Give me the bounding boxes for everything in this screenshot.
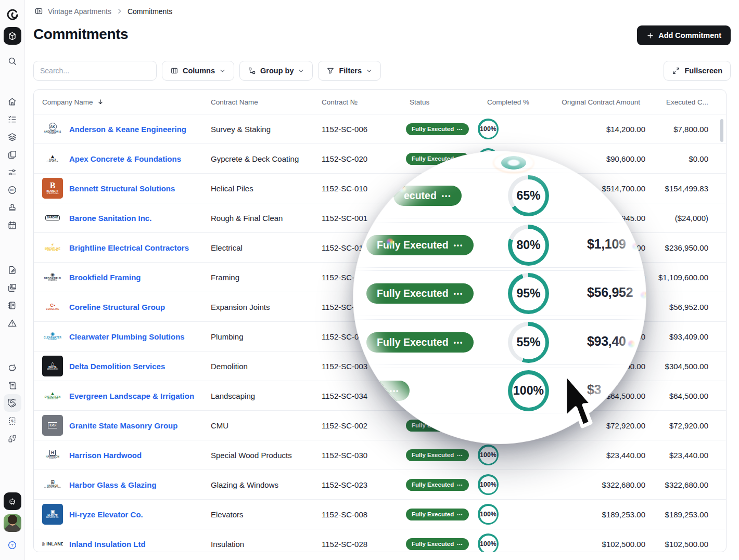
column-header-completed[interactable]: Completed % xyxy=(478,98,542,106)
app-logo-icon[interactable] xyxy=(4,6,21,24)
company-link[interactable]: Inland Insulation Ltd xyxy=(69,540,146,549)
ellipsis-icon[interactable]: ••• xyxy=(457,483,463,487)
company-link[interactable]: Apex Concrete & Foundations xyxy=(69,154,181,163)
company-link[interactable]: Granite State Masonry Group xyxy=(69,421,177,430)
lens-blob-glow xyxy=(493,152,534,173)
search-icon[interactable] xyxy=(4,52,21,70)
apps-bot-icon[interactable] xyxy=(4,492,21,510)
adjustments-icon[interactable] xyxy=(4,163,21,181)
executed-amount-cell: $23,440.00 xyxy=(655,451,718,460)
rfi-icon[interactable]: RFI xyxy=(4,181,21,199)
contract-name-cell: Elevators xyxy=(202,510,313,519)
company-link[interactable]: Evergreen Landscape & Irrigation xyxy=(69,392,194,400)
contract-name-cell: Special Wood Products xyxy=(202,451,313,460)
contract-number-cell: 1152-SC-008 xyxy=(313,510,397,519)
contract-name-cell: Plumbing xyxy=(202,332,313,341)
company-link[interactable]: Barone Sanitation Inc. xyxy=(69,214,151,223)
safety-warning-icon[interactable] xyxy=(4,314,21,332)
ellipsis-icon[interactable]: ••• xyxy=(457,512,463,517)
help-icon[interactable]: ? xyxy=(4,536,21,554)
commitments-handshake-icon[interactable] xyxy=(4,394,21,412)
contract-name-cell: Helical Piles xyxy=(202,184,313,193)
group-by-icon xyxy=(248,67,256,75)
lens-row-card: Fully Executed••• 55% $93,40 xyxy=(353,319,646,365)
column-header-contract-name[interactable]: Contract Name xyxy=(202,98,313,106)
tasks-checklist-icon[interactable] xyxy=(4,110,21,128)
vertical-scrollbar[interactable] xyxy=(720,119,723,142)
company-link[interactable]: Anderson & Keane Engineering xyxy=(69,125,186,134)
ellipsis-icon[interactable]: ••• xyxy=(457,127,463,132)
executed-amount-cell: $93,409.00 xyxy=(655,332,718,341)
invoices-icon[interactable]: $ xyxy=(4,412,21,429)
column-header-contract-no[interactable]: Contract № xyxy=(313,98,397,106)
stamp-icon[interactable] xyxy=(4,199,21,216)
photos-icon[interactable] xyxy=(4,279,21,296)
calendar-icon[interactable] xyxy=(4,216,21,234)
filters-button[interactable]: Filters xyxy=(318,61,381,81)
contract-number-cell: 1152-SC-006 xyxy=(313,125,397,134)
add-commitment-button[interactable]: Add Commitment xyxy=(637,25,731,45)
column-header-original-amount[interactable]: Original Contract Amount xyxy=(542,98,655,106)
plus-icon xyxy=(646,32,654,40)
documents-copy-icon[interactable] xyxy=(4,146,21,163)
status-badge[interactable]: Fully Executed••• xyxy=(406,509,469,520)
ellipsis-icon[interactable]: ••• xyxy=(457,542,463,546)
column-header-company[interactable]: Company Name xyxy=(34,98,202,106)
ellipsis-icon[interactable]: ••• xyxy=(457,453,463,458)
magnifier-lens: ecuted••• 65% Fully Executed••• 80% $1,1… xyxy=(353,151,646,444)
table-row[interactable]: ◎ INLAND Inland Insulation Ltd Insulatio… xyxy=(34,529,726,552)
contract-number-cell: 1152-SC-030 xyxy=(313,451,397,460)
company-link[interactable]: Hi-ryze Elevator Co. xyxy=(69,510,143,519)
budget-piggy-icon[interactable] xyxy=(4,359,21,376)
column-header-status[interactable]: Status xyxy=(397,98,478,106)
home-icon[interactable] xyxy=(4,93,21,110)
panel-toggle-icon[interactable] xyxy=(34,7,43,16)
company-link[interactable]: Harbor Glass & Glazing xyxy=(69,480,157,489)
chevron-right-icon xyxy=(116,8,123,15)
table-row[interactable]: ▣HI-RYZEELEVATOR CO. Hi-ryze Elevator Co… xyxy=(34,500,726,529)
group-by-button[interactable]: Group by xyxy=(239,61,313,81)
column-header-executed[interactable]: Executed C... xyxy=(655,98,718,106)
table-row[interactable]: AKANDERSON &KEANE Anderson & Keane Engin… xyxy=(34,114,726,144)
executed-amount-cell: $154,499.83 xyxy=(655,184,718,193)
search-input[interactable] xyxy=(33,61,157,81)
table-row[interactable]: ⊞HARBORGLASS & GLAZING Harbor Glass & Gl… xyxy=(34,470,726,500)
company-link[interactable]: Brookfield Framing xyxy=(69,273,141,282)
table-row[interactable]: HHARRISON& VALE Harrison Hardwood Specia… xyxy=(34,440,726,470)
contract-name-cell: Survey & Staking xyxy=(202,125,313,134)
status-badge[interactable]: Fully Executed••• xyxy=(406,449,469,461)
specifications-notebook-icon[interactable] xyxy=(4,296,21,314)
company-link[interactable]: Delta Demolition Services xyxy=(69,362,165,371)
breadcrumb-current: Commitments xyxy=(128,7,172,16)
layers-icon[interactable] xyxy=(4,128,21,146)
status-badge[interactable]: Fully Executed••• xyxy=(406,479,469,491)
change-orders-scroll-icon[interactable] xyxy=(4,376,21,394)
fullscreen-button[interactable]: Fullscreen xyxy=(664,61,731,81)
company-link[interactable]: Harrison Hardwood xyxy=(69,451,142,460)
table-row[interactable]: GS Granite State Masonry Group CMU 1152-… xyxy=(34,411,726,440)
table-row[interactable]: ▲EVERGREENLANDSCAPE Evergreen Landscape … xyxy=(34,381,726,411)
table-row[interactable]: BBENNETTSTRUCTURAL Bennett Structural So… xyxy=(34,174,726,203)
funding-sources-icon[interactable] xyxy=(4,429,21,447)
executed-amount-cell: $7,800.00 xyxy=(655,125,718,134)
company-link[interactable]: Brightline Electrical Contractors xyxy=(69,243,189,252)
lens-amount-fragment: $3 xyxy=(587,382,601,397)
executed-amount-cell: $322,680.00 xyxy=(655,480,718,489)
user-avatar[interactable] xyxy=(4,514,21,532)
company-logo: C▪CORELINE xyxy=(42,296,63,317)
status-badge[interactable]: Fully Executed••• xyxy=(406,123,469,135)
drawings-file-pen-icon[interactable] xyxy=(4,261,21,279)
project-cube-icon[interactable] xyxy=(4,27,21,45)
columns-button[interactable]: Columns xyxy=(162,61,234,81)
original-amount-cell: $23,440.00 xyxy=(542,451,655,460)
table-row[interactable]: ▲APEXCONCRETE & Apex Concrete & Foundati… xyxy=(34,144,726,174)
company-logo: ▲APEXCONCRETE & xyxy=(42,148,63,169)
original-amount-cell: $322,680.00 xyxy=(542,480,655,489)
company-link[interactable]: Coreline Structural Group xyxy=(69,303,165,311)
status-badge[interactable]: Fully Executed••• xyxy=(406,538,469,550)
sidebar: RFI xyxy=(0,0,25,560)
fullscreen-expand-icon xyxy=(672,67,680,75)
breadcrumb-project[interactable]: Vintage Apartments xyxy=(48,7,111,16)
company-link[interactable]: Bennett Structural Solutions xyxy=(69,184,175,193)
company-link[interactable]: Clearwater Plumbing Solutions xyxy=(69,332,185,341)
